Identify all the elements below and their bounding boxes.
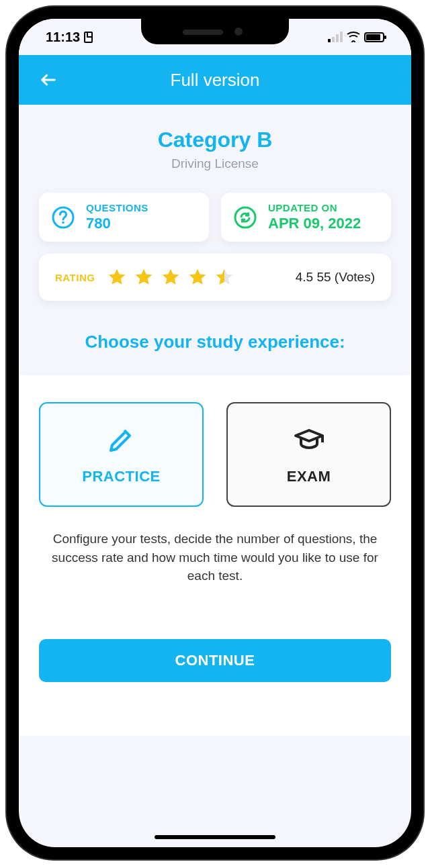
star-icon — [187, 267, 208, 287]
wifi-icon — [347, 32, 360, 42]
choose-title: Choose your study experience: — [39, 332, 391, 352]
back-button[interactable] — [35, 66, 62, 93]
star-icon — [134, 267, 154, 287]
questions-label: QUESTIONS — [86, 202, 148, 213]
signal-icon — [328, 32, 343, 42]
home-indicator[interactable] — [155, 835, 275, 839]
page-title: Full version — [19, 70, 411, 91]
rating-card: RATING 4.5 55 (Votes) — [39, 254, 391, 301]
star-icon — [161, 267, 181, 287]
updated-label: UPDATED ON — [268, 202, 361, 213]
rating-label: RATING — [55, 272, 95, 283]
stars — [107, 267, 234, 287]
category-title: Category B — [39, 128, 391, 152]
app-bar: Full version — [19, 55, 411, 105]
svg-point-2 — [235, 207, 255, 228]
content: Category B Driving License QUESTIONS 780… — [19, 105, 411, 736]
arrow-left-icon — [39, 70, 58, 89]
phone-frame: 11:13 Full version Category B Driving Li… — [7, 7, 423, 859]
mode-description: Configure your tests, decide the number … — [39, 530, 391, 585]
battery-icon — [364, 32, 384, 42]
continue-button[interactable]: CONTINUE — [39, 639, 391, 682]
practice-label: PRACTICE — [82, 468, 160, 485]
sim-icon — [84, 32, 93, 43]
svg-point-1 — [62, 221, 64, 224]
updated-value: APR 09, 2022 — [268, 215, 361, 232]
question-icon — [51, 205, 75, 230]
refresh-icon — [233, 205, 257, 230]
rating-text: 4.5 55 (Votes) — [296, 270, 375, 285]
pencil-icon — [105, 424, 138, 456]
exam-label: EXAM — [287, 468, 331, 485]
notch — [141, 19, 289, 44]
star-half-icon — [214, 267, 234, 287]
screen: 11:13 Full version Category B Driving Li… — [19, 19, 411, 847]
exam-mode-card[interactable]: EXAM — [226, 402, 391, 507]
category-subtitle: Driving License — [39, 156, 391, 171]
questions-value: 780 — [86, 215, 148, 232]
status-time: 11:13 — [46, 30, 80, 45]
graduation-cap-icon — [293, 424, 325, 456]
mode-area: PRACTICE EXAM Configure your tests, deci… — [19, 375, 411, 736]
updated-card: UPDATED ON APR 09, 2022 — [221, 193, 391, 242]
info-row: QUESTIONS 780 UPDATED ON APR 09, 2022 — [39, 193, 391, 242]
questions-card: QUESTIONS 780 — [39, 193, 209, 242]
practice-mode-card[interactable]: PRACTICE — [39, 402, 204, 507]
star-icon — [107, 267, 127, 287]
